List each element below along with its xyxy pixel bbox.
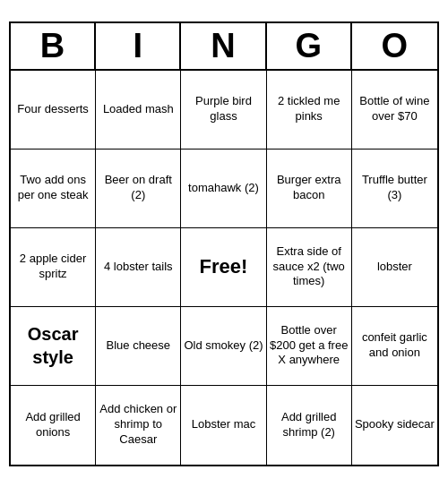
bingo-cell-4: Bottle of wine over $70 [352, 71, 437, 150]
bingo-cell-9: Truffle butter (3) [352, 150, 437, 228]
bingo-cell-14: lobster [352, 228, 437, 307]
bingo-cell-24: Spooky sidecar [352, 386, 437, 465]
bingo-header: BINGO [11, 23, 437, 71]
bingo-cell-22: Lobster mac [181, 386, 266, 465]
bingo-card: BINGO Four dessertsLoaded mashPurple bir… [9, 21, 439, 466]
bingo-cell-5: Two add ons per one steak [11, 150, 96, 228]
bingo-cell-15: Oscar style [11, 307, 96, 386]
bingo-cell-16: Blue cheese [96, 307, 181, 386]
bingo-cell-6: Beer on draft (2) [96, 150, 181, 228]
bingo-cell-13: Extra side of sauce x2 (two times) [267, 228, 352, 307]
bingo-cell-17: Old smokey (2) [181, 307, 266, 386]
bingo-cell-8: Burger extra bacon [267, 150, 352, 228]
bingo-letter-b: B [11, 23, 96, 69]
bingo-letter-i: I [96, 23, 181, 69]
bingo-grid: Four dessertsLoaded mashPurple bird glas… [11, 71, 437, 465]
bingo-cell-19: confeit garlic and onion [352, 307, 437, 386]
bingo-cell-20: Add grilled onions [11, 386, 96, 465]
bingo-cell-7: tomahawk (2) [181, 150, 266, 228]
bingo-letter-o: O [352, 23, 437, 69]
bingo-cell-0: Four desserts [11, 71, 96, 150]
bingo-letter-n: N [181, 23, 266, 69]
bingo-cell-18: Bottle over $200 get a free X anywhere [267, 307, 352, 386]
bingo-cell-21: Add chicken or shrimp to Caesar [96, 386, 181, 465]
bingo-cell-11: 4 lobster tails [96, 228, 181, 307]
bingo-cell-1: Loaded mash [96, 71, 181, 150]
bingo-cell-2: Purple bird glass [181, 71, 266, 150]
bingo-letter-g: G [267, 23, 352, 69]
bingo-cell-23: Add grilled shrimp (2) [267, 386, 352, 465]
bingo-cell-10: 2 apple cider spritz [11, 228, 96, 307]
bingo-cell-12: Free! [181, 228, 266, 307]
bingo-cell-3: 2 tickled me pinks [267, 71, 352, 150]
